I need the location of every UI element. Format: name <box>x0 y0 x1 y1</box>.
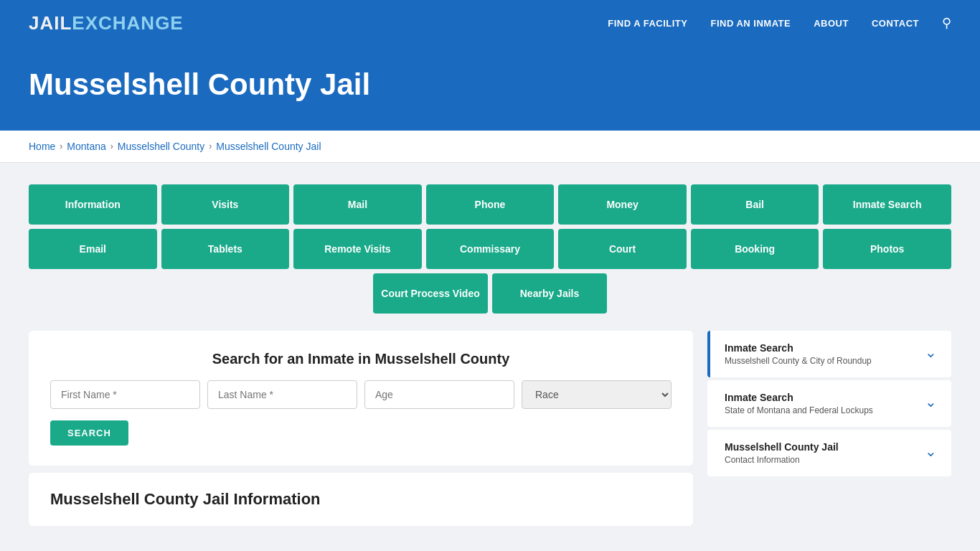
breadcrumb-home[interactable]: Home <box>29 141 55 152</box>
cat-btn-booking[interactable]: Booking <box>691 229 819 269</box>
sidebar-card-title-montana: Inmate Search <box>725 392 873 403</box>
chevron-down-icon-roundup: ⌄ <box>925 344 937 361</box>
page-title: Musselshell County Jail <box>29 67 951 102</box>
last-name-input[interactable] <box>207 380 357 409</box>
cat-btn-money[interactable]: Money <box>558 184 687 225</box>
cat-btn-visits[interactable]: Visits <box>161 184 290 225</box>
breadcrumb-sep-1: › <box>60 141 62 151</box>
cat-btn-information[interactable]: Information <box>29 184 157 225</box>
sidebar-card-header-contact[interactable]: Musselshell County Jail Contact Informat… <box>707 430 951 476</box>
sidebar: Inmate Search Musselshell County & City … <box>707 331 951 526</box>
sidebar-card-subtitle-contact: Contact Information <box>725 455 839 465</box>
nav-find-inmate[interactable]: FIND AN INMATE <box>710 18 791 29</box>
sidebar-card-subtitle-montana: State of Montana and Federal Lockups <box>725 405 873 415</box>
category-row-3: Court Process Video Nearby Jails <box>29 273 951 314</box>
site-logo[interactable]: JAILEXCHANGE <box>29 12 184 34</box>
inmate-search-box: Search for an Inmate in Musselshell Coun… <box>29 331 693 466</box>
sidebar-card-header-montana[interactable]: Inmate Search State of Montana and Feder… <box>707 380 951 427</box>
jail-info-section: Musselshell County Jail Information <box>29 473 693 526</box>
sidebar-card-title-roundup: Inmate Search <box>725 342 872 354</box>
breadcrumb-sep-3: › <box>209 141 212 151</box>
breadcrumb-county[interactable]: Musselshell County <box>118 141 204 152</box>
bottom-section: Search for an Inmate in Musselshell Coun… <box>29 331 951 526</box>
logo-jail: JAIL <box>29 12 72 34</box>
jail-info-title: Musselshell County Jail Information <box>50 490 672 509</box>
logo-exchange: EXCHANGE <box>72 12 183 34</box>
sidebar-card-roundup: Inmate Search Musselshell County & City … <box>707 331 951 377</box>
nav-find-facility[interactable]: FIND A FACILITY <box>608 18 687 29</box>
cat-btn-nearby-jails[interactable]: Nearby Jails <box>492 273 607 314</box>
category-row-2: Email Tablets Remote Visits Commissary C… <box>29 229 951 269</box>
race-select[interactable]: Race <box>522 380 672 409</box>
cat-btn-tablets[interactable]: Tablets <box>161 229 290 269</box>
breadcrumb-bar: Home › Montana › Musselshell County › Mu… <box>0 131 980 163</box>
cat-btn-bail[interactable]: Bail <box>691 184 819 225</box>
header: JAILEXCHANGE FIND A FACILITY FIND AN INM… <box>0 0 980 46</box>
cat-btn-court-process-video[interactable]: Court Process Video <box>373 273 488 314</box>
search-icon[interactable]: ⚲ <box>942 15 951 31</box>
age-input[interactable] <box>364 380 514 409</box>
chevron-down-icon-contact: ⌄ <box>925 443 937 460</box>
search-fields: Race <box>50 380 672 409</box>
left-column: Search for an Inmate in Musselshell Coun… <box>29 331 693 526</box>
cat-btn-phone[interactable]: Phone <box>426 184 555 225</box>
breadcrumb-montana[interactable]: Montana <box>67 141 105 152</box>
cat-btn-commissary[interactable]: Commissary <box>426 229 555 269</box>
search-button[interactable]: SEARCH <box>50 420 128 446</box>
nav-contact[interactable]: CONTACT <box>872 18 919 29</box>
sidebar-card-montana: Inmate Search State of Montana and Feder… <box>707 380 951 427</box>
sidebar-card-text-contact: Musselshell County Jail Contact Informat… <box>725 441 839 465</box>
sidebar-card-subtitle-roundup: Musselshell County & City of Roundup <box>725 356 872 366</box>
main-nav: FIND A FACILITY FIND AN INMATE ABOUT CON… <box>608 15 951 31</box>
main-content: Information Visits Mail Phone Money Bail… <box>0 163 980 547</box>
category-row-1: Information Visits Mail Phone Money Bail… <box>29 184 951 225</box>
sidebar-card-contact: Musselshell County Jail Contact Informat… <box>707 430 951 476</box>
breadcrumb-current: Musselshell County Jail <box>216 141 321 152</box>
cat-btn-email[interactable]: Email <box>29 229 157 269</box>
sidebar-card-title-contact: Musselshell County Jail <box>725 441 839 453</box>
cat-btn-court[interactable]: Court <box>558 229 687 269</box>
cat-btn-remote-visits[interactable]: Remote Visits <box>293 229 422 269</box>
search-title: Search for an Inmate in Musselshell Coun… <box>50 351 672 367</box>
hero-section: Musselshell County Jail <box>0 46 980 131</box>
first-name-input[interactable] <box>50 380 200 409</box>
sidebar-card-header-roundup[interactable]: Inmate Search Musselshell County & City … <box>707 331 951 377</box>
cat-btn-inmate-search[interactable]: Inmate Search <box>823 184 951 225</box>
chevron-down-icon-montana: ⌄ <box>925 393 937 410</box>
nav-about[interactable]: ABOUT <box>814 18 849 29</box>
sidebar-card-text-montana: Inmate Search State of Montana and Feder… <box>725 392 873 415</box>
cat-btn-mail[interactable]: Mail <box>293 184 422 225</box>
breadcrumb: Home › Montana › Musselshell County › Mu… <box>29 141 951 152</box>
sidebar-card-text-roundup: Inmate Search Musselshell County & City … <box>725 342 872 366</box>
breadcrumb-sep-2: › <box>110 141 113 151</box>
cat-btn-photos[interactable]: Photos <box>823 229 951 269</box>
